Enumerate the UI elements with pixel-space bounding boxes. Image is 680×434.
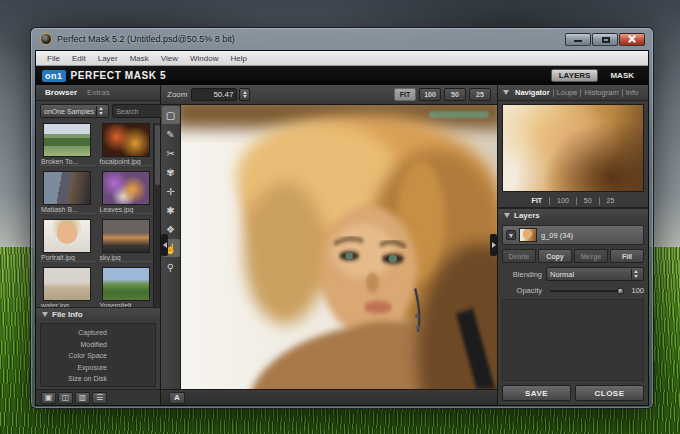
fill-layer-button[interactable]: Fill [610, 249, 644, 263]
separator [549, 197, 550, 205]
list-item[interactable]: focalpoint.jpg [99, 123, 154, 171]
nav-25-button[interactable]: 25 [605, 197, 617, 204]
save-button[interactable]: SAVE [502, 385, 571, 401]
maximize-button[interactable] [592, 33, 618, 46]
blending-dropdown[interactable]: Normal [546, 267, 644, 281]
thumbnail-image[interactable] [102, 171, 150, 205]
zoom-tool-icon[interactable]: ⚲ [162, 258, 180, 276]
maximize-icon [602, 37, 610, 43]
tab-browser[interactable]: Browser [42, 88, 80, 97]
menu-bar: File Edit Layer Mask View Window Help [36, 51, 648, 66]
two-column-view-icon[interactable]: ◫ [58, 392, 73, 404]
zoom-fit-button[interactable]: FIT [394, 88, 416, 101]
photo-canvas[interactable] [181, 105, 497, 389]
copy-layer-button[interactable]: Copy [538, 249, 572, 263]
thumbnail-image[interactable] [43, 171, 91, 205]
disclosure-triangle-icon[interactable] [503, 90, 509, 95]
minimize-button[interactable] [565, 33, 591, 46]
zoom-label: Zoom [167, 90, 187, 99]
thumbnail-image[interactable] [102, 219, 150, 253]
thumbnail-image[interactable] [43, 123, 91, 157]
separator [580, 89, 581, 97]
thumbnail-image[interactable] [102, 123, 150, 157]
tab-extras[interactable]: Extras [84, 88, 113, 97]
canvas-area: Zoom 50.47 FIT 100 50 25 ▢ ✎ ✂ [161, 85, 497, 405]
close-document-button[interactable]: CLOSE [575, 385, 644, 401]
list-view-icon[interactable]: ☰ [92, 392, 107, 404]
keep-drop-brush-tool-icon[interactable]: ✂ [162, 144, 180, 162]
marquee-tool-icon[interactable]: ▢ [162, 106, 180, 124]
blending-label: Blending [502, 270, 546, 279]
magic-brush-tool-icon[interactable]: ✱ [162, 201, 180, 219]
file-info-header[interactable]: File Info [36, 307, 160, 321]
close-icon [620, 34, 644, 45]
navigator-preview[interactable] [502, 104, 644, 192]
tab-info[interactable]: Info [624, 88, 641, 97]
layers-header[interactable]: Layers [498, 208, 648, 222]
thumbnail-image[interactable] [43, 267, 91, 301]
onone-logo: on1 [42, 70, 66, 82]
source-dropdown[interactable]: onOne Samples [40, 104, 109, 118]
zoom-25-button[interactable]: 25 [469, 88, 491, 101]
layer-name: g_09 (34) [541, 231, 573, 240]
thumbnail-scrollbar[interactable] [153, 123, 160, 307]
window-title: Perfect Mask 5.2 (Untitled.psd@50.5% 8 b… [57, 34, 565, 44]
list-item[interactable]: Portrait.jpg [40, 219, 95, 267]
layers-title: Layers [514, 211, 540, 220]
thumbnail-image[interactable] [102, 267, 150, 301]
close-button[interactable] [619, 33, 645, 46]
nav-50-button[interactable]: 50 [582, 197, 594, 204]
menu-mask[interactable]: Mask [125, 54, 154, 63]
tab-histogram[interactable]: Histogram [582, 88, 620, 97]
title-bar[interactable]: Perfect Mask 5.2 (Untitled.psd@50.5% 8 b… [35, 28, 649, 50]
chevron-right-icon [492, 242, 496, 248]
layer-row[interactable]: g_09 (34) [502, 225, 644, 245]
menu-file[interactable]: File [42, 54, 65, 63]
file-info-field: Exposure [45, 362, 107, 374]
menu-help[interactable]: Help [225, 54, 251, 63]
dropdown-stepper-icon [96, 106, 105, 116]
delete-layer-button[interactable]: Delete [502, 249, 536, 263]
zoom-value-field[interactable]: 50.47 [191, 88, 237, 101]
menu-edit[interactable]: Edit [67, 54, 91, 63]
minimize-icon [574, 40, 582, 42]
app-header-bar: on1 PERFECT MASK 5 LAYERS MASK [36, 66, 648, 85]
nav-100-button[interactable]: 100 [555, 197, 571, 204]
masking-brush-tool-icon[interactable]: ✾ [162, 163, 180, 181]
tab-loupe[interactable]: Loupe [555, 88, 580, 97]
list-item[interactable]: Broken To... [40, 123, 95, 171]
menu-layer[interactable]: Layer [93, 54, 123, 63]
mask-mode-button[interactable]: MASK [606, 70, 638, 81]
nav-fit-button[interactable]: FIT [530, 197, 545, 204]
menu-window[interactable]: Window [185, 54, 223, 63]
file-info-field: Modified [45, 339, 107, 351]
thumbnail-label: Matiash B... [40, 205, 95, 214]
pen-tool-icon[interactable]: ✎ [162, 125, 180, 143]
layers-mode-button[interactable]: LAYERS [551, 69, 599, 82]
list-item[interactable]: Matiash B... [40, 171, 95, 219]
desktop-background: Perfect Mask 5.2 (Untitled.psd@50.5% 8 b… [0, 0, 680, 434]
photo-image [181, 105, 497, 389]
three-column-view-icon[interactable]: ▥ [75, 392, 90, 404]
list-item[interactable]: Leaves.jpg [99, 171, 154, 219]
merge-layer-button[interactable]: Merge [574, 249, 608, 263]
collapse-right-panel-handle[interactable] [490, 234, 497, 256]
layer-expand-toggle[interactable] [506, 230, 516, 240]
inspector-panel: Navigator Loupe Histogram Info FIT 100 [497, 85, 648, 405]
opacity-slider[interactable] [550, 290, 624, 292]
menu-view[interactable]: View [156, 54, 183, 63]
zoom-stepper-icon[interactable] [239, 88, 250, 101]
disclosure-triangle-icon [42, 312, 48, 317]
single-view-icon[interactable]: ▣ [41, 392, 56, 404]
annotation-button[interactable]: A [169, 392, 185, 404]
collapse-left-panel-handle[interactable] [161, 234, 168, 256]
masking-bug-tool-icon[interactable]: ✛ [162, 182, 180, 200]
list-item[interactable]: sky.jpg [99, 219, 154, 267]
tab-navigator[interactable]: Navigator [513, 88, 552, 97]
scrollbar-thumb[interactable] [155, 125, 160, 185]
zoom-50-button[interactable]: 50 [444, 88, 466, 101]
thumbnail-label: sky.jpg [99, 253, 154, 262]
opacity-slider-knob[interactable] [617, 287, 624, 294]
zoom-100-button[interactable]: 100 [419, 88, 441, 101]
thumbnail-image[interactable] [43, 219, 91, 253]
